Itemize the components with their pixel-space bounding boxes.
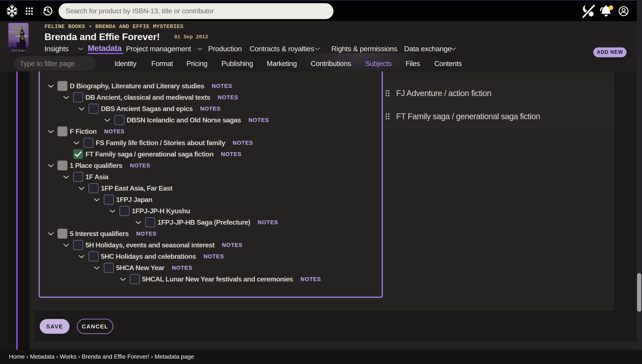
svg-text:Paul Magrs: Paul Magrs xyxy=(11,49,26,52)
svg-text:Brenda: Brenda xyxy=(12,25,26,30)
svg-text:FOREVER!: FOREVER! xyxy=(16,35,28,38)
svg-text:& Effie: & Effie xyxy=(11,30,23,34)
